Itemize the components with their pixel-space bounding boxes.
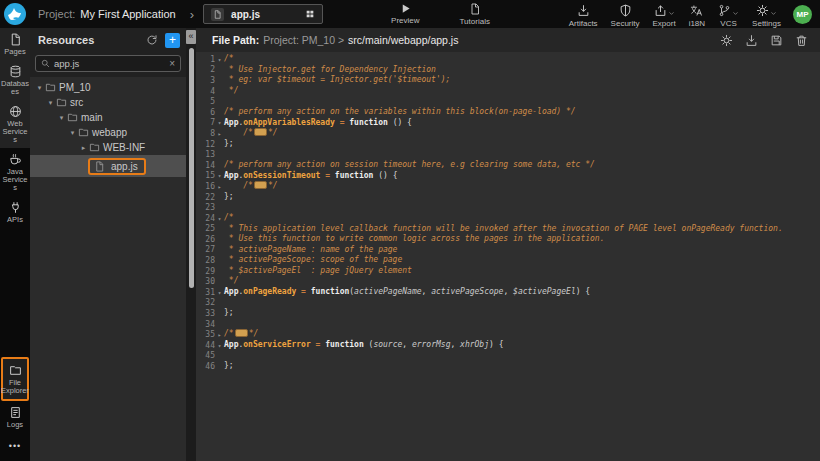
fold-open-icon[interactable]: ▾ xyxy=(215,119,224,126)
clear-search-icon[interactable]: × xyxy=(169,58,175,69)
code-line-4: 4 */ xyxy=(196,86,820,97)
settings-button[interactable]: Settings xyxy=(752,4,781,28)
i18n-icon-row xyxy=(690,4,703,17)
code-line-5: 5 xyxy=(196,96,820,107)
search-icon xyxy=(41,59,50,68)
fold-closed-icon[interactable]: ▸ xyxy=(215,130,224,137)
project-title: Project: My First Application xyxy=(38,8,176,20)
sidebar-item-web-services[interactable]: Web Services xyxy=(0,100,30,148)
folder-icon xyxy=(89,142,100,153)
tree-open-arrow-icon[interactable]: ▾ xyxy=(68,129,77,137)
line-number: 32 xyxy=(196,298,215,307)
folder-glyph-icon xyxy=(89,142,100,153)
code-line-8: 8▸ /**/ xyxy=(196,128,820,139)
refresh-icon[interactable] xyxy=(146,34,158,46)
line-number: 6 xyxy=(196,108,215,117)
sidebar-item-logs[interactable]: Logs xyxy=(0,401,30,433)
vcs-button[interactable]: VCS xyxy=(718,4,739,28)
sidebar-item-file-explorer[interactable]: File Explorer xyxy=(1,357,29,401)
add-resource-button[interactable]: + xyxy=(165,33,180,48)
chevron-right-icon[interactable]: › xyxy=(190,8,194,21)
rail-top-group: PagesDatabasesWeb Services xyxy=(0,28,30,148)
tree-open-arrow-icon[interactable]: ▾ xyxy=(35,84,44,92)
file-tree: ▾PM_10▾src▾main▾webapp▸WEB-INFapp.js xyxy=(30,77,186,177)
i18n-button[interactable]: i18N xyxy=(689,4,705,28)
tree-item-main[interactable]: ▾main xyxy=(30,110,186,125)
tree-item-label: src xyxy=(70,97,83,108)
code-text: }; xyxy=(224,192,234,203)
gear-icon xyxy=(756,4,769,17)
sidebar-item-label: Java Services xyxy=(1,168,29,192)
code-line-34: 34 xyxy=(196,319,820,330)
tree-item-PM_10[interactable]: ▾PM_10 xyxy=(30,80,186,95)
filepath-project: Project: PM_10 > xyxy=(263,34,344,46)
tree-item-app.js[interactable]: app.js xyxy=(30,155,186,177)
line-number: 12 xyxy=(196,140,215,149)
code-text: App.onSessionTimeout = function () { xyxy=(224,171,397,182)
fold-open-icon[interactable]: ▾ xyxy=(215,56,224,63)
fold-open-icon[interactable]: ▾ xyxy=(215,215,224,222)
tree-item-label: WEB-INF xyxy=(103,142,145,153)
panel-splitter[interactable]: « xyxy=(186,28,196,461)
upload-icon xyxy=(654,4,667,17)
code-text: /* xyxy=(224,213,234,224)
filepath-label: File Path: xyxy=(212,34,259,46)
code-editor[interactable]: 1▾/*2 * Use Injector.get for Dependency … xyxy=(196,52,820,461)
sidebar-item-apis[interactable]: APIs xyxy=(0,196,30,228)
artifacts-button[interactable]: Artifacts xyxy=(569,4,598,28)
save-file-icon[interactable] xyxy=(770,34,783,47)
fold-open-icon[interactable]: ▾ xyxy=(215,342,224,349)
file-icon xyxy=(211,8,224,21)
line-number: 27 xyxy=(196,245,215,254)
line-number: 22 xyxy=(196,193,215,202)
line-number: 25 xyxy=(196,224,215,233)
logs-icon xyxy=(9,406,22,419)
code-line-35: 35▸/**/ xyxy=(196,329,820,340)
branch-icon xyxy=(718,4,731,17)
folded-code-icon[interactable] xyxy=(254,181,267,189)
settings-gear-icon[interactable] xyxy=(720,34,733,47)
app-root: Project: My First Application › app.js P… xyxy=(0,0,820,461)
folded-code-icon[interactable] xyxy=(254,128,267,136)
fold-closed-icon[interactable]: ▸ xyxy=(215,183,224,190)
folded-code-icon[interactable] xyxy=(235,329,248,337)
fold-open-icon[interactable]: ▾ xyxy=(215,289,224,296)
rail-mid-group: Java ServicesAPIs xyxy=(0,148,30,228)
app-logo-icon[interactable] xyxy=(3,2,27,26)
scrollbar-thumb[interactable] xyxy=(189,48,194,288)
delete-file-icon[interactable] xyxy=(795,34,808,47)
tutorials-button[interactable]: Tutorials xyxy=(460,3,490,26)
tab-label: app.js xyxy=(231,9,298,20)
more-options-button[interactable]: ••• xyxy=(0,433,30,461)
export-button[interactable]: Export xyxy=(653,4,676,28)
download-file-icon[interactable] xyxy=(745,34,758,47)
search-box[interactable]: app.js × xyxy=(35,55,181,72)
tree-open-arrow-icon[interactable]: ▾ xyxy=(57,114,66,122)
search-area: app.js × xyxy=(30,52,186,77)
code-text: }; xyxy=(224,308,234,319)
folder-glyph-icon xyxy=(56,97,67,108)
resources-header: Resources + xyxy=(30,28,186,52)
code-line-33: 33}; xyxy=(196,308,820,319)
fold-open-icon[interactable]: ▾ xyxy=(215,172,224,179)
security-button[interactable]: Security xyxy=(611,4,640,28)
tree-open-arrow-icon[interactable]: ▾ xyxy=(46,99,55,107)
grid-icon[interactable] xyxy=(305,9,315,19)
fold-closed-icon[interactable]: ▸ xyxy=(215,331,224,338)
tab-appjs[interactable]: app.js xyxy=(203,4,323,24)
sidebar-item-databases[interactable]: Databases xyxy=(0,60,30,100)
tree-item-WEB-INF[interactable]: ▸WEB-INF xyxy=(30,140,186,155)
collapse-panel-icon[interactable]: « xyxy=(186,30,196,44)
security-icon-row xyxy=(619,4,632,17)
tree-closed-arrow-icon[interactable]: ▸ xyxy=(79,144,88,152)
preview-button[interactable]: Preview xyxy=(391,3,419,25)
search-input[interactable]: app.js xyxy=(54,58,165,69)
tree-item-src[interactable]: ▾src xyxy=(30,95,186,110)
line-number: 45 xyxy=(196,351,215,360)
sidebar-item-java-services[interactable]: Java Services xyxy=(0,148,30,196)
code-text: }; xyxy=(224,361,234,372)
sidebar-item-pages[interactable]: Pages xyxy=(0,28,30,60)
code-text: App.onServiceError = function (source, e… xyxy=(224,340,503,351)
tree-item-webapp[interactable]: ▾webapp xyxy=(30,125,186,140)
avatar[interactable]: MP xyxy=(793,5,812,24)
